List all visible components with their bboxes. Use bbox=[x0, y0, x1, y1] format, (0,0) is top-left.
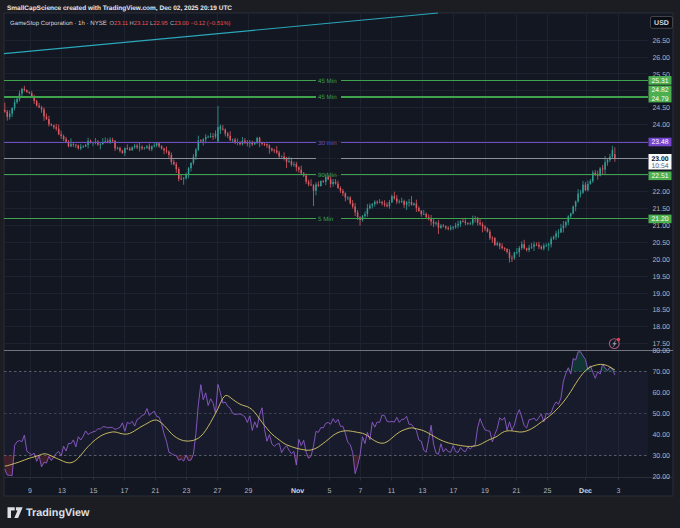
svg-text:TradingView: TradingView bbox=[26, 507, 90, 519]
svg-text:22.00: 22.00 bbox=[652, 189, 670, 196]
svg-text:60.00: 60.00 bbox=[652, 390, 670, 397]
svg-text:19: 19 bbox=[481, 488, 489, 495]
svg-text:70.00: 70.00 bbox=[652, 369, 670, 376]
svg-text:H23.12: H23.12 bbox=[130, 20, 149, 27]
svg-text:−0.12 (−0.51%): −0.12 (−0.51%) bbox=[191, 20, 231, 27]
svg-text:18.50: 18.50 bbox=[652, 307, 670, 314]
svg-text:19.00: 19.00 bbox=[652, 291, 670, 298]
svg-text:30 min: 30 min bbox=[318, 140, 337, 147]
svg-text:25: 25 bbox=[544, 488, 552, 495]
svg-text:11: 11 bbox=[388, 488, 395, 495]
svg-text:45 Min: 45 Min bbox=[318, 94, 337, 101]
svg-text:23: 23 bbox=[183, 488, 191, 495]
svg-text:5 Min: 5 Min bbox=[318, 216, 334, 223]
svg-text:13: 13 bbox=[58, 488, 66, 495]
svg-text:20.00: 20.00 bbox=[652, 257, 670, 264]
svg-text:23.00: 23.00 bbox=[651, 156, 668, 163]
svg-text:18.00: 18.00 bbox=[652, 324, 670, 331]
svg-text:20.50: 20.50 bbox=[652, 240, 670, 247]
svg-text:3: 3 bbox=[617, 488, 621, 495]
svg-text:21.00: 21.00 bbox=[652, 223, 670, 230]
svg-text:13: 13 bbox=[419, 488, 427, 495]
svg-text:21: 21 bbox=[513, 488, 521, 495]
svg-text:20.00: 20.00 bbox=[652, 474, 670, 481]
svg-text:17: 17 bbox=[121, 488, 129, 495]
svg-text:21: 21 bbox=[152, 488, 160, 495]
svg-text:26.50: 26.50 bbox=[652, 38, 670, 45]
svg-text:24.79: 24.79 bbox=[651, 96, 668, 103]
svg-text:17: 17 bbox=[450, 488, 458, 495]
svg-text:15: 15 bbox=[90, 488, 98, 495]
svg-text:24.50: 24.50 bbox=[652, 105, 670, 112]
svg-text:45 Min: 45 Min bbox=[318, 78, 337, 85]
svg-text:80.00: 80.00 bbox=[652, 348, 670, 355]
svg-text:GameStop Corporation · 1h · NY: GameStop Corporation · 1h · NYSE bbox=[10, 20, 107, 27]
svg-text:21.20: 21.20 bbox=[651, 216, 668, 223]
svg-text:50.00: 50.00 bbox=[652, 411, 670, 418]
svg-text:L22.95: L22.95 bbox=[150, 20, 168, 27]
svg-text:26.00: 26.00 bbox=[652, 55, 670, 62]
svg-text:40.00: 40.00 bbox=[652, 432, 670, 439]
svg-text:19.50: 19.50 bbox=[652, 274, 670, 281]
svg-text:30.00: 30.00 bbox=[652, 453, 670, 460]
svg-text:7: 7 bbox=[359, 488, 363, 495]
svg-text:29: 29 bbox=[245, 488, 253, 495]
svg-text:C23.00: C23.00 bbox=[170, 20, 189, 27]
svg-text:10:54: 10:54 bbox=[651, 163, 668, 170]
svg-text:27: 27 bbox=[214, 488, 222, 495]
svg-text:24.82: 24.82 bbox=[651, 87, 668, 94]
svg-text:21.50: 21.50 bbox=[652, 206, 670, 213]
svg-text:23.48: 23.48 bbox=[651, 139, 668, 146]
svg-text:Nov: Nov bbox=[291, 488, 304, 495]
svg-text:22.51: 22.51 bbox=[651, 173, 668, 180]
svg-text:SmallCapScience created with T: SmallCapScience created with TradingView… bbox=[7, 5, 232, 12]
svg-text:90 Min: 90 Min bbox=[318, 172, 337, 179]
svg-text:25.31: 25.31 bbox=[651, 78, 668, 85]
svg-text:Dec: Dec bbox=[579, 488, 592, 495]
svg-text:USD: USD bbox=[654, 20, 669, 27]
svg-text:5: 5 bbox=[328, 488, 332, 495]
svg-text:9: 9 bbox=[28, 488, 32, 495]
svg-text:O23.11: O23.11 bbox=[110, 20, 129, 27]
svg-text:24.00: 24.00 bbox=[652, 122, 670, 129]
